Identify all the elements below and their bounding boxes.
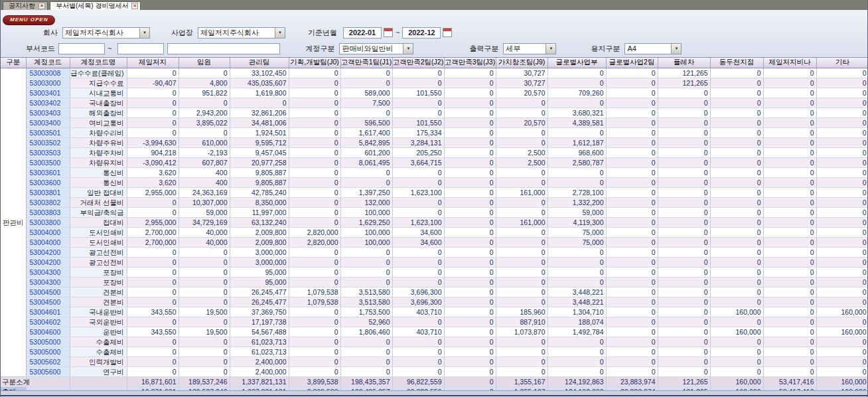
amount-cell[interactable]: 0 (340, 167, 392, 177)
amount-cell[interactable]: 0 (763, 68, 816, 78)
amount-cell[interactable]: 61,023,713 (230, 347, 289, 357)
amount-cell[interactable]: 0 (606, 127, 658, 137)
amount-cell[interactable]: 0 (127, 127, 179, 137)
account-name-cell[interactable]: 포장비 (70, 277, 127, 287)
amount-cell[interactable]: 1,079,538 (289, 297, 340, 307)
amount-cell[interactable]: 0 (289, 147, 340, 157)
amount-cell[interactable]: 0 (179, 257, 230, 267)
amount-cell[interactable]: 601,200 (340, 147, 392, 157)
amount-cell[interactable]: 0 (444, 357, 496, 366)
amount-cell[interactable]: 0 (658, 327, 710, 337)
table-row[interactable]: 53003503차량주차비904,218-2,1939,457,0450601,… (1, 147, 867, 157)
amount-cell[interactable]: 160,000 (710, 307, 763, 317)
close-icon[interactable]: × (131, 3, 138, 9)
column-header[interactable]: 제일저지 (127, 58, 179, 68)
amount-cell[interactable]: 596,500 (340, 118, 392, 127)
amount-cell[interactable]: 0 (816, 78, 867, 88)
amount-cell[interactable]: 0 (496, 177, 547, 187)
amount-cell[interactable]: 121,265 (658, 78, 710, 88)
account-code-cell[interactable]: 53003503 (26, 147, 70, 157)
amount-cell[interactable]: 0 (127, 297, 179, 307)
amount-cell[interactable]: 34,481,006 (230, 118, 289, 127)
amount-cell[interactable]: 0 (444, 376, 496, 386)
amount-cell[interactable]: 0 (444, 267, 496, 277)
amount-cell[interactable]: 0 (763, 267, 816, 277)
account-name-cell[interactable]: 차량주유비 (70, 137, 127, 147)
amount-cell[interactable]: 3,000,000 (230, 247, 289, 257)
amount-cell[interactable]: 0 (710, 347, 763, 357)
amount-cell[interactable]: 0 (444, 257, 496, 267)
amount-cell[interactable]: 0 (606, 68, 658, 78)
column-header[interactable]: 고객만족1팀(J1) (340, 58, 392, 68)
amount-cell[interactable]: 0 (496, 337, 547, 347)
amount-cell[interactable]: 0 (444, 187, 496, 197)
amount-cell[interactable]: 0 (658, 187, 710, 197)
amount-cell[interactable]: 0 (496, 287, 547, 297)
table-row[interactable]: 53003403해외출장비02,943,20032,861,206000003,… (1, 108, 867, 118)
amount-cell[interactable]: 0 (816, 167, 867, 177)
amount-cell[interactable]: 0 (658, 227, 710, 237)
account-code-cell[interactable]: 53003502 (26, 137, 70, 147)
amount-cell[interactable]: 0 (547, 177, 606, 187)
amount-cell[interactable]: 3,680,321 (547, 108, 606, 118)
amount-cell[interactable]: 400 (179, 177, 230, 187)
paper-type-select[interactable]: A4 ▼ (624, 43, 682, 54)
output-type-select[interactable]: 세부 ▼ (503, 43, 556, 54)
amount-cell[interactable]: 1,924,501 (230, 127, 289, 137)
amount-cell[interactable]: 160,000 (710, 376, 763, 386)
account-name-cell[interactable]: 접대비 (70, 217, 127, 227)
amount-cell[interactable]: 100,000 (340, 207, 392, 217)
amount-cell[interactable]: 0 (658, 207, 710, 217)
column-header[interactable]: 계정코드 (26, 58, 70, 68)
amount-cell[interactable]: 0 (444, 207, 496, 217)
amount-cell[interactable]: 343,550 (127, 327, 179, 337)
amount-cell[interactable]: 0 (127, 277, 179, 287)
table-row[interactable]: 53005600연구비002,400,00000000000000 (1, 366, 867, 376)
account-name-cell[interactable]: 차량유지비 (70, 157, 127, 167)
amount-cell[interactable]: 2,500 (496, 157, 547, 167)
amount-cell[interactable]: 0 (289, 217, 340, 227)
amount-cell[interactable]: 0 (816, 247, 867, 257)
amount-cell[interactable]: 160,000 (816, 327, 867, 337)
amount-cell[interactable]: 0 (710, 78, 763, 88)
amount-cell[interactable]: 0 (710, 287, 763, 297)
amount-cell[interactable]: 343,550 (127, 307, 179, 317)
table-row[interactable]: 53003600통신비3,6204009,805,88700000000000 (1, 177, 867, 187)
amount-cell[interactable]: 0 (763, 277, 816, 287)
amount-cell[interactable]: 0 (710, 137, 763, 147)
amount-cell[interactable]: 0 (444, 147, 496, 157)
amount-cell[interactable]: 1,623,100 (392, 187, 444, 197)
amount-cell[interactable]: 4,389,581 (547, 118, 606, 127)
amount-cell[interactable]: 0 (496, 347, 547, 357)
amount-cell[interactable]: 2,400,000 (230, 357, 289, 366)
amount-cell[interactable]: 0 (340, 257, 392, 267)
amount-cell[interactable]: 0 (763, 357, 816, 366)
amount-cell[interactable]: 0 (710, 207, 763, 217)
amount-cell[interactable]: 0 (289, 177, 340, 187)
amount-cell[interactable]: 3,000,000 (230, 257, 289, 267)
amount-cell[interactable]: 0 (763, 227, 816, 237)
amount-cell[interactable]: 0 (763, 366, 816, 376)
amount-cell[interactable]: 7,500 (340, 98, 392, 108)
amount-cell[interactable]: 0 (606, 307, 658, 317)
amount-cell[interactable]: 1,492,784 (547, 327, 606, 337)
amount-cell[interactable]: 0 (658, 287, 710, 297)
tab-expense-report[interactable]: 부서별(세목) 경비명세서 × (50, 1, 141, 10)
amount-cell[interactable]: 34,729,169 (179, 217, 230, 227)
amount-cell[interactable]: 54,567,488 (230, 327, 289, 337)
amount-cell[interactable]: 0 (496, 297, 547, 307)
amount-cell[interactable]: 2,820,000 (289, 237, 340, 247)
amount-cell[interactable]: 0 (444, 78, 496, 88)
amount-cell[interactable]: 0 (289, 347, 340, 357)
amount-cell[interactable]: 0 (547, 357, 606, 366)
amount-cell[interactable]: 2,955,000 (127, 187, 179, 197)
amount-cell[interactable]: 1,073,870 (496, 327, 547, 337)
column-header[interactable]: 계정코드명 (70, 58, 127, 68)
amount-cell[interactable]: 1,337,821,131 (230, 376, 289, 386)
account-code-cell[interactable]: 53003000 (26, 78, 70, 88)
amount-cell[interactable]: 0 (179, 127, 230, 137)
account-code-cell[interactable]: 53004000 (26, 227, 70, 237)
amount-cell[interactable]: 0 (340, 68, 392, 78)
amount-cell[interactable]: 0 (444, 137, 496, 147)
amount-cell[interactable]: 0 (606, 167, 658, 177)
